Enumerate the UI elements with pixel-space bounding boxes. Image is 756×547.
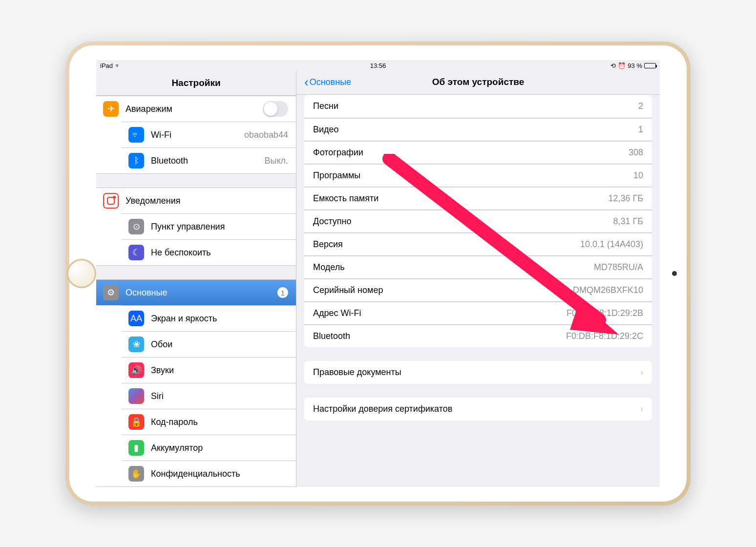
control-center-icon: ⊙ <box>128 219 144 234</box>
sidebar-item-airplane[interactable]: ✈Авиарежим <box>96 96 296 122</box>
info-value: 10 <box>633 170 643 181</box>
back-label: Основные <box>310 77 351 87</box>
back-button[interactable]: ‹ Основные <box>304 76 351 88</box>
sidebar-item-general[interactable]: ⚙Основные1 <box>96 280 296 305</box>
ipad-bezel: iPad ᯤ 13:56 ⟲ ⏰ 93 % Настройки ✈Авиареж… <box>69 45 687 502</box>
info-value: DMQM26BXFK10 <box>573 285 643 295</box>
info-label: Песни <box>313 101 338 111</box>
info-value: 2 <box>638 101 643 111</box>
info-label: Программы <box>313 170 360 181</box>
sidebar-group: ⚙Основные1AAЭкран и яркость❀Обои🔊ЗвукиSi… <box>96 279 296 487</box>
info-label: Адрес Wi-Fi <box>313 308 361 318</box>
cert-group: Настройки доверия сертификатов › <box>304 398 652 421</box>
info-row[interactable]: Серийный номерDMQM26BXFK10 <box>304 278 652 301</box>
page-title: Об этом устройстве <box>432 77 525 87</box>
siri-icon <box>128 388 144 404</box>
sidebar-group: Уведомления⊙Пункт управления☾Не беспокои… <box>96 188 296 266</box>
sidebar-item-sounds[interactable]: 🔊Звуки <box>122 357 296 383</box>
passcode-icon: 🔒 <box>128 414 144 430</box>
info-row[interactable]: BluetoothF0:DB:F8:1D:29:2C <box>304 324 652 347</box>
sidebar-item-value: obaobab44 <box>244 130 288 140</box>
airplane-icon: ✈ <box>103 101 119 117</box>
info-value: 10.0.1 (14A403) <box>580 239 643 250</box>
sounds-icon: 🔊 <box>128 362 144 378</box>
legal-group: Правовые документы › <box>304 361 652 384</box>
info-label: Bluetooth <box>313 331 350 341</box>
wallpaper-icon: ❀ <box>128 337 144 352</box>
info-label: Фотографии <box>313 147 363 158</box>
dnd-icon: ☾ <box>128 245 144 260</box>
sidebar-item-label: Авиарежим <box>126 104 172 114</box>
legal-label: Правовые документы <box>313 367 401 378</box>
battery-icon: ▮ <box>128 440 144 456</box>
device-name: iPad <box>100 62 113 69</box>
info-row[interactable]: Версия10.0.1 (14A403) <box>304 232 652 255</box>
alarm-icon: ⏰ <box>618 62 626 69</box>
sidebar-item-label: Siri <box>151 391 164 401</box>
info-row[interactable]: Программы10 <box>304 164 652 187</box>
sidebar-item-passcode[interactable]: 🔒Код-пароль <box>122 409 296 435</box>
sidebar-item-bluetooth[interactable]: ᛒBluetoothВыкл. <box>122 147 296 173</box>
info-value: 8,31 ГБ <box>613 216 643 227</box>
sidebar-item-siri[interactable]: Siri <box>122 383 296 409</box>
about-info-group: Песни2Видео1Фотографии308Программы10Емко… <box>304 95 652 347</box>
info-row[interactable]: Песни2 <box>304 95 652 118</box>
wifi-icon: ᯤ <box>128 127 144 143</box>
sidebar-item-label: Основные <box>126 288 167 298</box>
front-camera <box>672 271 677 276</box>
info-value: 12,36 ГБ <box>608 193 643 204</box>
bluetooth-icon: ᛒ <box>128 153 144 168</box>
sidebar-item-label: Конфиденциальность <box>151 469 240 479</box>
sidebar-item-control-center[interactable]: ⊙Пункт управления <box>122 213 296 239</box>
sidebar-item-label: Аккумулятор <box>151 443 203 453</box>
info-row[interactable]: МодельMD785RU/A <box>304 255 652 278</box>
sidebar-group: ✈АвиарежимᯤWi-Fiobaobab44ᛒBluetoothВыкл. <box>96 96 296 174</box>
ipad-frame: iPad ᯤ 13:56 ⟲ ⏰ 93 % Настройки ✈Авиареж… <box>65 42 691 505</box>
sidebar-item-dnd[interactable]: ☾Не беспокоить <box>122 239 296 265</box>
screen: iPad ᯤ 13:56 ⟲ ⏰ 93 % Настройки ✈Авиареж… <box>96 60 660 487</box>
wifi-icon: ᯤ <box>115 62 121 69</box>
info-value: MD785RU/A <box>594 262 643 273</box>
info-label: Емкость памяти <box>313 193 378 204</box>
info-label: Модель <box>313 262 345 273</box>
info-row[interactable]: Адрес Wi-FiF0:DB:F8:1D:29:2B <box>304 301 652 324</box>
info-label: Серийный номер <box>313 285 383 295</box>
sidebar-item-label: Уведомления <box>126 196 181 206</box>
chevron-right-icon: › <box>640 404 643 414</box>
home-button[interactable] <box>67 259 96 288</box>
info-label: Видео <box>313 125 339 135</box>
badge: 1 <box>277 287 288 298</box>
sidebar-item-label: Пункт управления <box>151 222 225 232</box>
sidebar-item-label: Код-пароль <box>151 417 198 427</box>
sidebar-item-wallpaper[interactable]: ❀Обои <box>122 331 296 357</box>
privacy-icon: ✋ <box>128 466 144 482</box>
chevron-right-icon: › <box>640 367 643 378</box>
clock: 13:56 <box>370 62 386 69</box>
airplane-toggle[interactable] <box>263 101 288 117</box>
chevron-left-icon: ‹ <box>304 76 309 88</box>
info-label: Версия <box>313 239 343 250</box>
sidebar-item-privacy[interactable]: ✋Конфиденциальность <box>122 461 296 486</box>
sidebar-item-display[interactable]: AAЭкран и яркость <box>122 305 296 331</box>
info-row[interactable]: Доступно8,31 ГБ <box>304 210 652 232</box>
sidebar-item-label: Не беспокоить <box>151 248 211 258</box>
cert-trust-row[interactable]: Настройки доверия сертификатов › <box>304 398 652 421</box>
legal-row[interactable]: Правовые документы › <box>304 361 652 384</box>
info-value: F0:DB:F8:1D:29:2B <box>567 308 643 318</box>
sidebar-item-wifi[interactable]: ᯤWi-Fiobaobab44 <box>122 122 296 147</box>
detail-header: ‹ Основные Об этом устройстве <box>296 71 660 95</box>
settings-sidebar: Настройки ✈АвиарежимᯤWi-Fiobaobab44ᛒBlue… <box>96 71 296 487</box>
sidebar-item-label: Wi-Fi <box>151 130 171 140</box>
battery-percent: 93 % <box>628 62 642 69</box>
info-row[interactable]: Фотографии308 <box>304 141 652 164</box>
detail-pane: ‹ Основные Об этом устройстве Песни2Виде… <box>296 71 660 487</box>
sidebar-item-label: Звуки <box>151 365 174 376</box>
info-row[interactable]: Видео1 <box>304 118 652 141</box>
sidebar-item-label: Экран и яркость <box>151 314 217 324</box>
sidebar-item-notifications[interactable]: Уведомления <box>96 188 296 213</box>
info-row[interactable]: Емкость памяти12,36 ГБ <box>304 187 652 210</box>
sidebar-item-battery[interactable]: ▮Аккумулятор <box>122 435 296 461</box>
sidebar-item-value: Выкл. <box>264 156 288 166</box>
general-icon: ⚙ <box>103 285 119 300</box>
notifications-icon <box>103 193 119 209</box>
